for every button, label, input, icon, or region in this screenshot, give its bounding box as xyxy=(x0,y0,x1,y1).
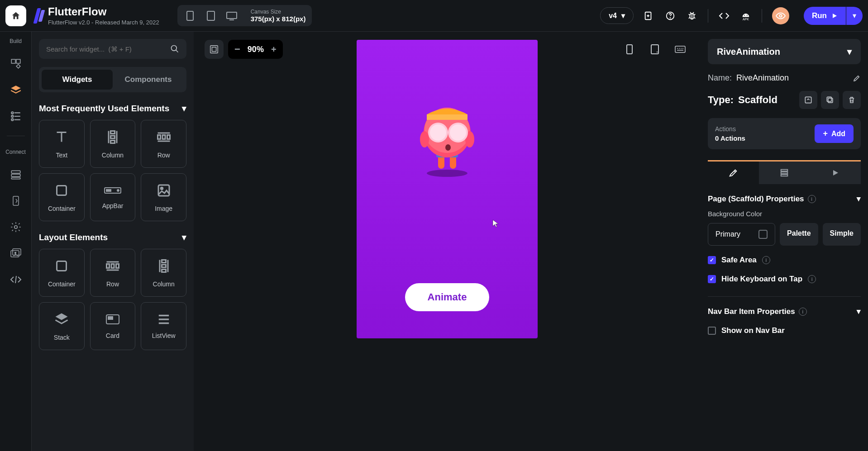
info-icon[interactable]: i xyxy=(808,275,816,283)
svg-point-8 xyxy=(747,14,748,15)
svg-rect-15 xyxy=(11,171,20,173)
rail-api-icon[interactable] xyxy=(9,194,23,208)
palette-button[interactable]: Palette xyxy=(780,223,818,246)
widget-search[interactable] xyxy=(39,39,186,59)
hide-keyboard-checkbox[interactable]: ✓ xyxy=(708,275,716,283)
name-value: RiveAnimation xyxy=(736,73,789,83)
hide-keyboard-row[interactable]: ✓ Hide Keyboard on Tap i xyxy=(708,275,861,284)
top-bar: FlutterFlow FlutterFlow v2.0 - Released … xyxy=(0,0,868,32)
svg-rect-26 xyxy=(110,141,114,143)
rail-tree-icon[interactable] xyxy=(9,109,23,123)
run-button[interactable]: Run xyxy=(804,7,846,25)
bug-icon[interactable] xyxy=(686,10,698,22)
chevron-down-icon: ▾ xyxy=(847,46,852,57)
device-phone-toggle[interactable] xyxy=(620,40,639,59)
svg-point-33 xyxy=(117,190,119,191)
navbar-properties-header[interactable]: Nav Bar Item Properties i ▾ xyxy=(708,307,861,316)
version-selector[interactable]: v4 ▾ xyxy=(600,7,634,24)
widget-column-2[interactable]: Column xyxy=(141,249,186,297)
preview-button[interactable] xyxy=(772,7,789,24)
layout-overlay-toggle[interactable] xyxy=(205,40,224,59)
widget-column[interactable]: Column xyxy=(90,120,136,168)
info-icon[interactable]: i xyxy=(808,195,816,203)
desktop-icon[interactable] xyxy=(225,9,238,22)
svg-rect-36 xyxy=(57,261,67,271)
keyboard-toggle[interactable] xyxy=(671,40,690,59)
widget-appbar[interactable]: AppBar xyxy=(90,173,136,221)
rail-widgets-icon[interactable] xyxy=(9,57,23,71)
widget-listview[interactable]: ListView xyxy=(141,302,186,350)
phone-canvas[interactable]: Animate xyxy=(357,40,538,338)
canvas-size-label: Canvas Size xyxy=(251,9,306,15)
widget-container[interactable]: Container xyxy=(39,173,85,221)
selected-widget-title[interactable]: RiveAnimation ▾ xyxy=(708,39,861,64)
widget-container-2[interactable]: Container xyxy=(39,249,85,297)
section-layout-label: Layout Elements xyxy=(39,233,108,242)
tablet-icon[interactable] xyxy=(205,9,217,22)
svg-rect-27 xyxy=(157,135,160,139)
add-page-icon[interactable] xyxy=(643,10,654,22)
animate-button[interactable]: Animate xyxy=(405,283,490,311)
rail-assets-icon[interactable] xyxy=(9,247,23,260)
code-icon[interactable] xyxy=(718,10,730,22)
tab-animation[interactable] xyxy=(810,161,861,184)
edit-icon[interactable] xyxy=(853,74,861,82)
zoom-out-button[interactable]: − xyxy=(234,43,240,55)
bg-color-input[interactable]: Primary xyxy=(708,223,775,246)
tab-components[interactable]: Components xyxy=(113,70,184,90)
tab-widgets[interactable]: Widgets xyxy=(42,70,113,90)
section-frequent-label: Most Frequently Used Elements xyxy=(39,104,169,114)
properties-panel: RiveAnimation ▾ Name: RiveAnimation Type… xyxy=(701,32,868,451)
tab-style[interactable] xyxy=(708,161,759,184)
app-name: FlutterFlow xyxy=(48,5,159,18)
zoom-control: − 90% + xyxy=(228,40,283,59)
delete-button[interactable] xyxy=(843,91,861,109)
android-icon[interactable]: APK xyxy=(740,10,752,22)
wrap-button[interactable] xyxy=(799,91,817,109)
show-navbar-checkbox[interactable] xyxy=(708,327,716,335)
scaffold-properties-header[interactable]: Page (Scaffold) Properties i ▾ xyxy=(708,194,861,204)
selected-widget-name: RiveAnimation xyxy=(717,47,780,57)
rail-database-icon[interactable] xyxy=(9,168,23,181)
section-layout[interactable]: Layout Elements ▾ xyxy=(39,232,186,242)
add-action-button[interactable]: + Add xyxy=(815,124,854,143)
bg-color-label: Background Color xyxy=(708,210,861,218)
bg-color-value: Primary xyxy=(715,230,740,238)
widget-card-el[interactable]: Card xyxy=(90,302,136,350)
home-button[interactable] xyxy=(5,5,26,26)
safe-area-checkbox[interactable]: ✓ xyxy=(708,256,716,264)
section-frequent[interactable]: Most Frequently Used Elements ▾ xyxy=(39,103,186,114)
run-dropdown[interactable]: ▾ xyxy=(846,7,863,25)
svg-rect-67 xyxy=(781,170,788,171)
rail-layers-icon[interactable] xyxy=(9,83,23,97)
copy-button[interactable] xyxy=(821,91,839,109)
help-icon[interactable] xyxy=(664,10,676,22)
info-icon[interactable]: i xyxy=(799,308,807,316)
device-tablet-toggle[interactable] xyxy=(645,40,664,59)
svg-rect-29 xyxy=(167,135,170,139)
info-icon[interactable]: i xyxy=(762,256,770,264)
svg-rect-40 xyxy=(162,260,166,263)
search-input[interactable] xyxy=(46,45,170,53)
phone-icon[interactable] xyxy=(184,9,196,22)
actions-label: Actions xyxy=(715,125,745,133)
svg-rect-0 xyxy=(187,11,193,20)
widget-text[interactable]: Text xyxy=(39,120,85,168)
rail-settings-icon[interactable] xyxy=(9,220,23,234)
safe-area-row[interactable]: ✓ Safe Area i xyxy=(708,256,861,265)
widget-image[interactable]: Image xyxy=(141,173,186,221)
rail-custom-code-icon[interactable] xyxy=(9,273,23,286)
simple-button[interactable]: Simple xyxy=(823,223,861,246)
actions-count: 0 Actions xyxy=(715,134,745,142)
widget-row[interactable]: Row xyxy=(141,120,186,168)
svg-rect-65 xyxy=(828,98,833,103)
widget-stack[interactable]: Stack xyxy=(39,302,85,350)
svg-point-60 xyxy=(430,124,446,141)
tab-data[interactable] xyxy=(759,161,810,184)
show-navbar-row[interactable]: Show on Nav Bar xyxy=(708,326,861,335)
zoom-in-button[interactable]: + xyxy=(271,44,277,55)
svg-rect-10 xyxy=(11,59,15,63)
hide-keyboard-label: Hide Keyboard on Tap xyxy=(721,275,802,284)
widget-row-2[interactable]: Row xyxy=(90,249,136,297)
svg-point-63 xyxy=(445,144,451,151)
